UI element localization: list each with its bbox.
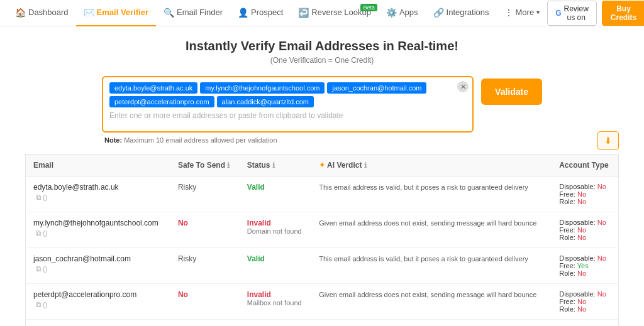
email-finder-icon: 🔍 [164, 8, 174, 18]
ai-star-icon: ✦ [319, 161, 325, 170]
chevron-down-icon: ▾ [536, 9, 540, 16]
email-input-box[interactable]: edyta.boyle@strath.ac.uk my.lynch@thejoh… [102, 76, 474, 133]
status-info-icon[interactable]: ℹ [272, 161, 275, 169]
nav-email-finder[interactable]: 🔍 Email Finder [156, 0, 230, 26]
tag-email-5[interactable]: alan.caddick@quartzltd.com [217, 96, 314, 107]
reverse-lookup-icon: ↩️ [298, 8, 309, 18]
nav-email-verifier-label: Email Verifier [97, 8, 148, 17]
integrations-icon: 🔗 [433, 8, 444, 18]
cell-email-0: edyta.boyle@strath.ac.uk ⧉ () [26, 177, 170, 212]
cell-safe-2: Risky [170, 248, 240, 284]
google-icon: G [555, 9, 561, 18]
cell-verdict-2: This email address is valid, but it pose… [311, 248, 552, 284]
cell-verdict-0: This email address is valid, but it pose… [311, 177, 552, 212]
main-content: Instantly Verify Email Addresses in Real… [0, 26, 644, 326]
col-safe: Safe To Send ℹ [170, 155, 240, 177]
download-button[interactable]: ⬇ [597, 131, 619, 150]
page-subtitle: (One Verification = One Credit) [25, 56, 619, 65]
cell-account-4: Disposable: No Free: No Role: No [552, 320, 618, 327]
email-verifier-icon: ✉️ [84, 8, 94, 18]
nav-prospect-label: Prospect [251, 8, 283, 17]
table-row: jason_cochran@hotmail.com ⧉ () Risky Val… [26, 248, 619, 284]
cell-status-2: Valid [240, 248, 311, 284]
buy-credits-button[interactable]: Buy Credits [602, 1, 644, 26]
copy-icon[interactable]: ⧉ [36, 300, 42, 309]
input-area-wrapper: edyta.boyle@strath.ac.uk my.lynch@thejoh… [102, 76, 542, 133]
ai-info-icon[interactable]: ℹ [364, 161, 367, 169]
tag-email-2[interactable]: my.lynch@thejohnofgauntschool.com [200, 82, 325, 94]
cell-email-1: my.lynch@thejohnofgauntschool.com ⧉ () [26, 212, 170, 248]
validate-button[interactable]: Validate [481, 79, 542, 105]
review-button-label: Review us on [564, 4, 589, 22]
beta-badge: Beta [360, 4, 377, 11]
cell-account-2: Disposable: No Free: Yes Role: No [552, 248, 618, 284]
copy-icon[interactable]: ⧉ [36, 264, 42, 273]
nav-dashboard-label: Dashboard [28, 8, 69, 17]
review-button[interactable]: G Review us on [547, 1, 597, 26]
cell-status-0: Valid [240, 177, 311, 212]
table-wrapper: ⬇ Email Safe To Send ℹ Status ℹ ✦ AI Ver… [25, 154, 619, 326]
dashboard-icon: 🏠 [15, 8, 26, 18]
table-row: my.lynch@thejohnofgauntschool.com ⧉ () N… [26, 212, 619, 248]
nav-items: 🏠 Dashboard ✉️ Email Verifier 🔍 Email Fi… [8, 0, 547, 26]
input-placeholder: Enter one or more email addresses or pas… [109, 111, 466, 120]
tag-email-4[interactable]: peterdpt@accelerationpro.com [109, 96, 214, 107]
tag-email-1[interactable]: edyta.boyle@strath.ac.uk [109, 82, 197, 94]
page-title: Instantly Verify Email Addresses in Real… [25, 39, 619, 53]
table-row: peterdpt@accelerationpro.com ⧉ () No Inv… [26, 284, 619, 320]
cell-status-1: InvalidDomain not found [240, 212, 311, 248]
nav-dashboard[interactable]: 🏠 Dashboard [8, 0, 76, 26]
nav-prospect[interactable]: 👤 Prospect [230, 0, 291, 26]
cell-account-3: Disposable: No Free: No Role: No [552, 284, 618, 320]
col-ai-verdict: ✦ AI Verdict ℹ [311, 155, 552, 177]
col-email: Email [26, 155, 170, 177]
cell-safe-1: No [170, 212, 240, 248]
nav-email-verifier[interactable]: ✉️ Email Verifier [76, 0, 156, 26]
cell-account-0: Disposable: No Free: No Role: No [552, 177, 618, 212]
cell-email-4: alan.caddick@quartzltd.com ⧉ () [26, 320, 170, 327]
cell-verdict-3: Given email address does not exist, send… [311, 284, 552, 320]
cell-safe-0: Risky [170, 177, 240, 212]
nav-apps[interactable]: ⚙️ Apps [379, 0, 426, 26]
nav-reverse-lookup[interactable]: ↩️ Reverse Lookup Beta [291, 0, 379, 26]
cell-safe-3: No [170, 284, 240, 320]
cell-safe-4: Risky [170, 320, 240, 327]
cell-email-2: jason_cochran@hotmail.com ⧉ () [26, 248, 170, 284]
results-table: Email Safe To Send ℹ Status ℹ ✦ AI Verdi… [25, 154, 619, 326]
table-row: edyta.boyle@strath.ac.uk ⧉ () Risky Vali… [26, 177, 619, 212]
nav-apps-label: Apps [399, 8, 418, 17]
prospect-icon: 👤 [238, 8, 248, 18]
col-account-type: Account Type [552, 155, 618, 177]
navbar: 🏠 Dashboard ✉️ Email Verifier 🔍 Email Fi… [0, 0, 644, 26]
table-row: alan.caddick@quartzltd.com ⧉ () Risky Ca… [26, 320, 619, 327]
cell-account-1: Disposable: No Free: No Role: No [552, 212, 618, 248]
copy-icon[interactable]: ⧉ [36, 229, 42, 237]
nav-integrations-label: Integrations [447, 8, 489, 17]
tags-row: edyta.boyle@strath.ac.uk my.lynch@thejoh… [109, 82, 466, 107]
copy-icon[interactable]: ⧉ [36, 193, 42, 202]
tag-email-3[interactable]: jason_cochran@hotmail.com [327, 82, 426, 94]
apps-icon: ⚙️ [386, 8, 397, 18]
table-header-row: Email Safe To Send ℹ Status ℹ ✦ AI Verdi… [26, 155, 619, 177]
cell-status-4: Catch All [240, 320, 311, 327]
cell-verdict-4: Domain configured to accept messages sen… [311, 320, 552, 327]
nav-email-finder-label: Email Finder [177, 8, 223, 17]
cell-email-3: peterdpt@accelerationpro.com ⧉ () [26, 284, 170, 320]
cell-status-3: InvalidMailbox not found [240, 284, 311, 320]
note-text: Note: Maximum 10 email address allowed p… [102, 136, 542, 144]
cell-verdict-1: Given email address does not exist, send… [311, 212, 552, 248]
more-icon: ⋮ [504, 8, 513, 18]
nav-more-label: More [516, 8, 535, 17]
col-status: Status ℹ [240, 155, 311, 177]
safe-info-icon[interactable]: ℹ [227, 161, 230, 169]
nav-right: G Review us on Buy Credits [547, 1, 644, 26]
nav-integrations[interactable]: 🔗 Integrations [426, 0, 497, 26]
clear-button[interactable]: ✕ [457, 81, 469, 92]
nav-more[interactable]: ⋮ More ▾ [497, 0, 548, 26]
